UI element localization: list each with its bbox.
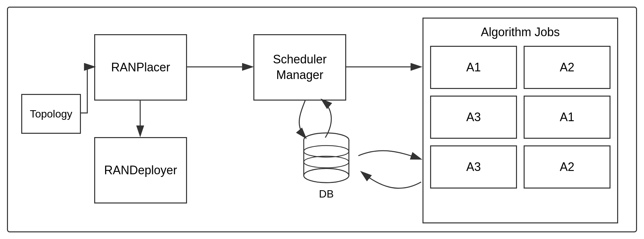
db-container: DB bbox=[293, 127, 359, 200]
randeployer-box: RANDeployer bbox=[94, 137, 187, 203]
algo-cell-a1-1: A1 bbox=[430, 46, 517, 89]
scheduler-box: Scheduler Manager bbox=[253, 34, 346, 101]
algo-cell-a2-2: A2 bbox=[524, 145, 611, 189]
algo-cell-a3-1: A3 bbox=[430, 96, 517, 139]
algo-cell-a1-2: A1 bbox=[524, 96, 611, 139]
db-cylinder-icon bbox=[296, 127, 356, 185]
ranplacer-label: RANPlacer bbox=[111, 60, 170, 74]
db-label: DB bbox=[319, 188, 334, 200]
ranplacer-box: RANPlacer bbox=[94, 34, 187, 101]
scheduler-label: Scheduler Manager bbox=[273, 52, 327, 83]
svg-point-4 bbox=[304, 168, 349, 183]
diagram-container: Topology RANPlacer RANDeployer Scheduler… bbox=[7, 7, 637, 232]
randeployer-label: RANDeployer bbox=[104, 163, 177, 177]
algo-jobs-title: Algorithm Jobs bbox=[430, 25, 611, 39]
algo-cell-a2-1: A2 bbox=[524, 46, 611, 89]
topology-box: Topology bbox=[21, 94, 81, 134]
algo-cell-a3-2: A3 bbox=[430, 145, 517, 189]
algo-jobs-grid: A1 A2 A3 A1 A3 A2 bbox=[430, 46, 611, 189]
topology-label: Topology bbox=[30, 108, 72, 120]
algo-jobs-container: Algorithm Jobs A1 A2 A3 A1 A3 A2 bbox=[422, 18, 618, 223]
